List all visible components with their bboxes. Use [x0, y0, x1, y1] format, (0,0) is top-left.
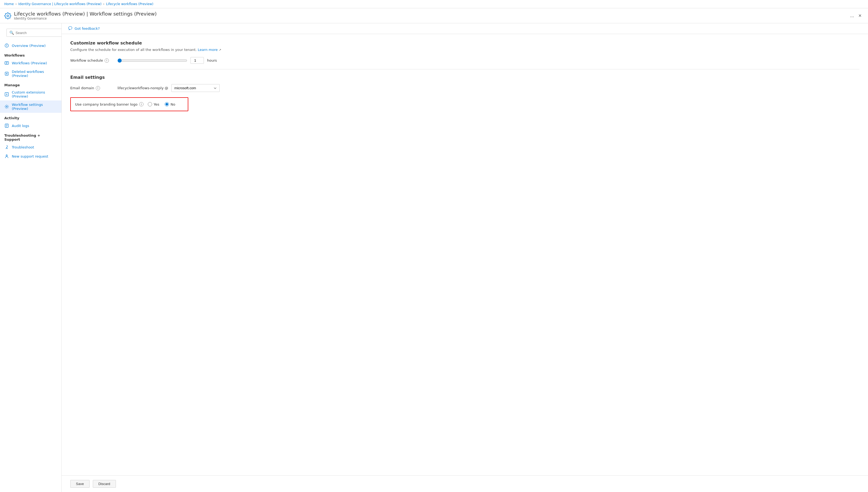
sidebar-troubleshoot-label: Troubleshoot [12, 145, 34, 149]
discard-button[interactable]: Discard [93, 480, 116, 488]
email-prefix: lifecycleworkflows-noreply @ [117, 86, 168, 90]
email-domain-control: lifecycleworkflows-noreply @ microsoft.c… [117, 84, 220, 92]
schedule-hours-input[interactable]: 1 [190, 57, 204, 64]
workflow-schedule-info-icon[interactable]: i [104, 58, 109, 63]
svg-point-5 [6, 106, 7, 107]
action-bar: Save Discard [62, 475, 868, 492]
sidebar-item-new-support[interactable]: New support request [0, 152, 62, 161]
breadcrumb-sep2: › [103, 2, 104, 6]
breadcrumb-lifecycle-workflows[interactable]: Lifecycle workflows (Preview) [106, 2, 153, 6]
email-domain-label-text: Email domain [70, 86, 94, 90]
search-input[interactable] [16, 31, 61, 35]
support-icon [4, 154, 9, 158]
schedule-slider[interactable] [117, 58, 187, 63]
ellipsis-button[interactable]: ... [848, 12, 856, 20]
sidebar-new-support-label: New support request [12, 154, 48, 158]
branding-no-label: No [171, 102, 175, 106]
slider-container: 1 hours [117, 57, 217, 64]
svg-point-1 [6, 46, 7, 47]
branding-label-text: Use company branding banner logo [75, 102, 138, 106]
deleted-workflows-icon [4, 71, 9, 76]
search-icon: 🔍 [9, 30, 14, 35]
manage-section-label: Manage [0, 80, 62, 88]
settings-icon [4, 104, 9, 109]
workflow-schedule-section: Customize workflow schedule Configure th… [70, 41, 860, 64]
activity-section-label: Activity [0, 113, 62, 121]
sidebar-item-workflow-settings[interactable]: Workflow settings (Preview) [0, 100, 62, 113]
workflow-schedule-label-text: Workflow schedule [70, 58, 103, 63]
email-domain-info-icon[interactable]: i [96, 86, 100, 90]
app-gear-icon [4, 12, 11, 19]
email-settings-title: Email settings [70, 75, 860, 80]
app-title-container: Lifecycle workflows (Preview) | Workflow… [14, 11, 848, 20]
audit-logs-icon [4, 123, 9, 128]
branding-yes-option[interactable]: Yes [148, 102, 159, 106]
branding-label: Use company branding banner logo i [75, 102, 143, 106]
app-subtitle: Identity Governance [14, 17, 848, 20]
sidebar-item-overview[interactable]: Overview (Preview) [0, 41, 62, 50]
feedback-label: Got feedback? [75, 27, 100, 30]
branding-no-option[interactable]: No [165, 102, 175, 106]
external-link-icon: ↗ [219, 48, 221, 52]
branding-yes-radio[interactable] [148, 102, 152, 106]
email-settings-section: Email settings Email domain i lifecyclew… [70, 75, 860, 111]
sidebar-audit-logs-label: Audit logs [12, 124, 29, 128]
workflow-schedule-row: Workflow schedule i 1 hours [70, 57, 860, 64]
workflow-schedule-label: Workflow schedule i [70, 58, 113, 63]
workflow-schedule-desc-text: Configure the schedule for execution of … [70, 48, 198, 52]
email-domain-row: Email domain i lifecycleworkflows-norepl… [70, 84, 860, 92]
overview-icon [4, 43, 9, 48]
sidebar-overview-label: Overview (Preview) [12, 44, 46, 48]
main-layout: 🔍 « Overview (Preview) Workflows Workflo… [0, 23, 868, 492]
sidebar-workflows-label: Workflows (Preview) [12, 61, 47, 65]
workflows-section-label: Workflows [0, 50, 62, 58]
branding-no-radio[interactable] [165, 102, 169, 106]
sidebar-item-troubleshoot[interactable]: Troubleshoot [0, 143, 62, 152]
sidebar-item-custom-extensions[interactable]: Custom extensions (Preview) [0, 88, 62, 100]
custom-extensions-icon [4, 92, 9, 97]
troubleshoot-icon [4, 145, 9, 150]
branding-yes-label: Yes [154, 102, 159, 106]
sidebar-custom-extensions-label: Custom extensions (Preview) [12, 90, 57, 98]
app-title: Lifecycle workflows (Preview) | Workflow… [14, 11, 848, 17]
sidebar: 🔍 « Overview (Preview) Workflows Workflo… [0, 23, 62, 492]
workflows-icon [4, 60, 9, 65]
domain-select[interactable]: microsoft.com [171, 84, 220, 92]
branding-info-icon[interactable]: i [139, 102, 143, 106]
learn-more-link[interactable]: Learn more [198, 48, 217, 52]
svg-point-7 [6, 155, 7, 156]
main-content: Got feedback? Customize workflow schedul… [62, 23, 868, 492]
email-domain-label: Email domain i [70, 86, 113, 90]
top-bar: Lifecycle workflows (Preview) | Workflow… [0, 8, 868, 23]
feedback-bar[interactable]: Got feedback? [62, 23, 868, 34]
close-button[interactable]: × [856, 11, 864, 20]
troubleshooting-section-label: Troubleshooting + Support [0, 130, 62, 143]
sidebar-item-audit-logs[interactable]: Audit logs [0, 121, 62, 130]
hours-label: hours [207, 58, 217, 63]
feedback-icon [68, 26, 72, 31]
branding-row: Use company branding banner logo i Yes N… [70, 97, 188, 111]
sidebar-item-workflows[interactable]: Workflows (Preview) [0, 58, 62, 68]
breadcrumb: Home › Identity Governance | Lifecycle w… [0, 0, 868, 8]
save-button[interactable]: Save [70, 480, 90, 488]
sidebar-item-deleted-workflows[interactable]: Deleted workflows (Preview) [0, 68, 62, 80]
branding-radio-group: Yes No [148, 102, 175, 106]
sidebar-workflow-settings-label: Workflow settings (Preview) [12, 103, 57, 111]
workflow-schedule-desc: Configure the schedule for execution of … [70, 48, 860, 52]
sidebar-deleted-workflows-label: Deleted workflows (Preview) [12, 70, 57, 78]
content-area: Customize workflow schedule Configure th… [62, 34, 868, 475]
workflow-schedule-title: Customize workflow schedule [70, 41, 860, 46]
breadcrumb-home[interactable]: Home [4, 2, 14, 6]
breadcrumb-identity-governance[interactable]: Identity Governance | Lifecycle workflow… [18, 2, 101, 6]
breadcrumb-sep1: › [15, 2, 17, 6]
